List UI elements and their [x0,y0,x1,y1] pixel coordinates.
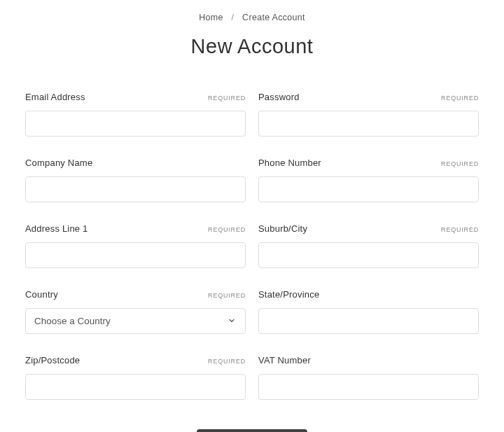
required-tag: REQUIRED [208,226,246,233]
field-email: Email Address REQUIRED [25,92,246,137]
vat-input[interactable] [258,374,479,400]
label-address1: Address Line 1 [25,223,88,234]
address1-input[interactable] [25,242,246,268]
required-tag: REQUIRED [208,292,246,299]
field-phone: Phone Number REQUIRED [258,158,479,202]
create-account-button[interactable]: Create Account [197,429,307,432]
required-tag: REQUIRED [208,95,246,102]
required-tag: REQUIRED [441,160,479,167]
email-input[interactable] [25,111,246,137]
label-password: Password [258,92,300,102]
breadcrumb-home[interactable]: Home [199,13,223,22]
field-address1: Address Line 1 REQUIRED [25,223,246,268]
label-country: Country [25,289,58,300]
breadcrumb-current: Create Account [242,13,305,22]
required-tag: REQUIRED [208,358,246,365]
state-input[interactable] [258,308,479,334]
password-input[interactable] [258,111,479,137]
country-select[interactable]: Choose a Country [25,308,246,334]
company-input[interactable] [25,176,246,202]
field-state: State/Province [258,289,479,334]
label-email: Email Address [25,92,85,102]
field-country: Country REQUIRED Choose a Country [25,289,246,334]
breadcrumb-separator: / [232,13,234,22]
field-company: Company Name [25,158,246,202]
create-account-form: Email Address REQUIRED Password REQUIRED… [0,58,504,432]
field-zip: Zip/Postcode REQUIRED [25,355,246,400]
city-input[interactable] [258,242,479,268]
label-zip: Zip/Postcode [25,355,80,365]
phone-input[interactable] [258,176,479,202]
label-phone: Phone Number [258,158,321,168]
label-city: Suburb/City [258,223,307,234]
label-company: Company Name [25,158,92,168]
field-password: Password REQUIRED [258,92,479,137]
required-tag: REQUIRED [441,226,479,233]
field-city: Suburb/City REQUIRED [258,223,479,268]
required-tag: REQUIRED [441,95,479,102]
label-vat: VAT Number [258,355,311,365]
breadcrumb: Home / Create Account [0,0,504,22]
field-vat: VAT Number [258,355,479,400]
label-state: State/Province [258,289,319,300]
page-title: New Account [0,35,504,58]
zip-input[interactable] [25,374,246,400]
